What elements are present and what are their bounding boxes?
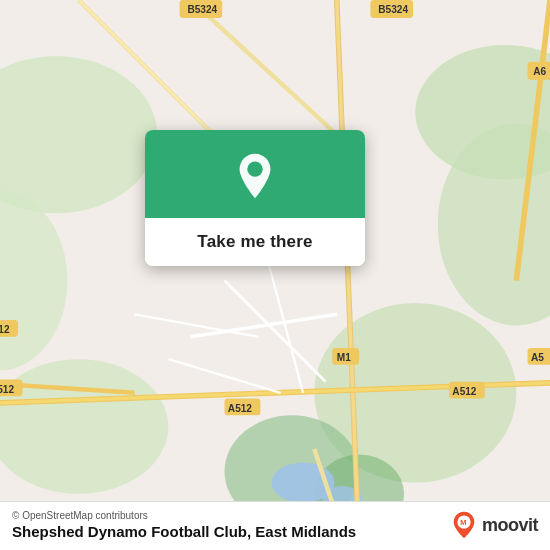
moovit-logo-icon: M — [450, 511, 478, 539]
location-card: Take me there — [145, 130, 365, 266]
take-me-there-button[interactable]: Take me there — [145, 218, 365, 266]
svg-text:A512: A512 — [452, 386, 477, 397]
card-icon-area — [145, 130, 365, 218]
svg-text:B5324: B5324 — [378, 4, 408, 15]
svg-text:A512: A512 — [228, 403, 253, 414]
svg-text:A5: A5 — [531, 352, 544, 363]
svg-text:M: M — [460, 518, 466, 527]
map-container: B5324 B5324 A6 M1 M1 A512 A512 A512 A5 B… — [0, 0, 550, 550]
svg-text:A512: A512 — [0, 384, 14, 395]
bottom-bar: © OpenStreetMap contributors Shepshed Dy… — [0, 501, 550, 550]
svg-text:A512: A512 — [0, 324, 10, 335]
svg-text:B5324: B5324 — [187, 4, 217, 15]
location-name: Shepshed Dynamo Football Club, East Midl… — [12, 523, 356, 540]
bottom-left-info: © OpenStreetMap contributors Shepshed Dy… — [12, 510, 356, 540]
moovit-logo: M moovit — [450, 511, 538, 539]
osm-attribution: © OpenStreetMap contributors — [12, 510, 356, 521]
svg-text:M1: M1 — [337, 352, 351, 363]
map-background: B5324 B5324 A6 M1 M1 A512 A512 A512 A5 B… — [0, 0, 550, 550]
svg-point-49 — [247, 161, 262, 176]
svg-text:A6: A6 — [533, 66, 546, 77]
pin-icon — [231, 152, 279, 200]
moovit-brand-name: moovit — [482, 515, 538, 536]
